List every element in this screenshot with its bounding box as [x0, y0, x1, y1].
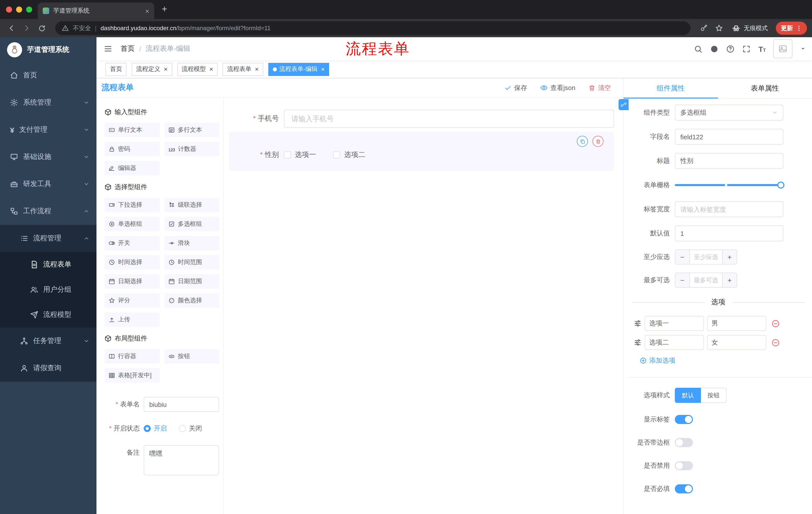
field-name-input[interactable]: [675, 129, 783, 145]
save-button[interactable]: 保存: [504, 83, 527, 92]
radio-status-on[interactable]: 开启: [144, 421, 167, 436]
component-editor[interactable]: 编辑器: [105, 161, 160, 175]
checkbox-box-icon[interactable]: [284, 152, 291, 158]
component-time-picker[interactable]: 时间选择: [105, 255, 160, 270]
selected-field-gender[interactable]: 性别 选项一 选项二: [229, 132, 614, 171]
component-switch[interactable]: 开关: [105, 236, 160, 250]
remove-option-button[interactable]: [771, 338, 780, 347]
component-upload[interactable]: 上传: [105, 312, 160, 327]
toggle-disabled[interactable]: [675, 461, 693, 470]
component-date-range[interactable]: 日期范围: [164, 274, 220, 289]
min-stepper-value[interactable]: 至少应选: [689, 250, 723, 264]
close-icon[interactable]: [255, 66, 259, 73]
window-minimize-button[interactable]: [16, 6, 22, 12]
avatar-caret-icon[interactable]: [800, 46, 806, 52]
checkbox-option-1[interactable]: 选项一: [284, 151, 316, 159]
component-radio-group[interactable]: 单选框组: [105, 217, 160, 231]
add-option-button[interactable]: 添加选项: [640, 356, 812, 365]
slider-track[interactable]: [675, 184, 783, 186]
sidebar-item-system-management[interactable]: 系统管理: [0, 89, 96, 116]
checkbox-box-icon[interactable]: [333, 152, 340, 158]
reload-button[interactable]: [35, 22, 48, 35]
drag-handle-icon[interactable]: [634, 339, 642, 347]
window-zoom-button[interactable]: [26, 6, 32, 12]
toggle-required[interactable]: [675, 484, 693, 493]
breadcrumb-home[interactable]: 首页: [121, 44, 135, 53]
sidebar-item-payment[interactable]: 支付管理: [0, 116, 96, 143]
remove-option-button[interactable]: [771, 319, 780, 328]
duplicate-field-button[interactable]: [577, 136, 588, 147]
phone-input[interactable]: [284, 110, 614, 128]
tab-form-props[interactable]: 表单属性: [718, 78, 812, 98]
component-counter[interactable]: 计数器: [164, 142, 220, 156]
max-stepper-value[interactable]: 最多可选: [689, 273, 723, 287]
back-button[interactable]: [5, 22, 18, 35]
tag-process-form[interactable]: 流程表单: [223, 63, 263, 76]
component-table[interactable]: 表格[开发中]: [105, 368, 160, 383]
search-icon[interactable]: [694, 45, 703, 53]
grid-slider[interactable]: [675, 177, 783, 193]
tag-process-definition[interactable]: 流程定义: [132, 63, 172, 76]
form-remark-input[interactable]: 嘿嘿: [144, 445, 219, 475]
tab-component-props[interactable]: 组件属性: [624, 78, 718, 98]
default-value-input[interactable]: [675, 225, 783, 241]
component-button[interactable]: 按钮: [164, 349, 220, 363]
option-2-value-input[interactable]: [707, 335, 766, 350]
sidebar-item-process-model[interactable]: 流程模型: [0, 302, 96, 327]
browser-menu-icon[interactable]: [796, 25, 802, 32]
checkbox-option-2[interactable]: 选项二: [333, 151, 365, 159]
component-select[interactable]: 下拉选择: [105, 198, 160, 212]
fullscreen-icon[interactable]: [743, 45, 751, 53]
title-input[interactable]: [675, 153, 783, 169]
option-1-label-input[interactable]: [645, 316, 704, 331]
option-1-value-input[interactable]: [707, 316, 766, 331]
help-icon[interactable]: [726, 45, 735, 53]
decrease-button[interactable]: [675, 250, 689, 264]
component-password[interactable]: 密码: [105, 142, 160, 156]
slider-handle[interactable]: [777, 182, 784, 189]
link-tag-button[interactable]: [618, 99, 629, 110]
browser-tab[interactable]: 芋道管理系统: [38, 2, 154, 19]
hamburger-toggle[interactable]: [104, 44, 113, 53]
tag-home[interactable]: 首页: [106, 63, 127, 76]
view-json-button[interactable]: 查看json: [540, 83, 575, 92]
sidebar-item-infrastructure[interactable]: 基础设施: [0, 143, 96, 170]
label-width-input[interactable]: [675, 201, 783, 217]
tag-process-form-edit[interactable]: 流程表单-编辑: [268, 63, 329, 76]
sidebar-item-dev-tools[interactable]: 研发工具: [0, 170, 96, 198]
option-2-label-input[interactable]: [645, 335, 704, 350]
increase-button[interactable]: [723, 273, 736, 287]
style-button-button[interactable]: 按钮: [701, 388, 727, 403]
toggle-show-label[interactable]: [675, 415, 693, 424]
bookmark-star-icon[interactable]: [713, 22, 726, 35]
style-default-button[interactable]: 默认: [675, 388, 701, 403]
github-icon[interactable]: [710, 45, 719, 53]
component-type-select[interactable]: 多选框组: [675, 105, 783, 121]
field-phone[interactable]: 手机号: [229, 110, 614, 128]
component-checkbox-group[interactable]: 多选框组: [164, 217, 220, 231]
avatar[interactable]: [773, 39, 792, 58]
tag-process-model[interactable]: 流程模型: [177, 63, 218, 76]
component-single-text[interactable]: 单行文本: [105, 123, 160, 137]
component-row-container[interactable]: 行容器: [105, 349, 160, 363]
close-icon[interactable]: [164, 66, 168, 73]
password-key-icon[interactable]: [697, 22, 710, 35]
increase-button[interactable]: [723, 250, 736, 264]
radio-status-off[interactable]: 关闭: [179, 421, 202, 436]
address-bar[interactable]: 不安全 | dashboard.yudao.iocoder.cn/bpm/man…: [55, 21, 690, 35]
new-tab-button[interactable]: [162, 3, 167, 15]
component-color-picker[interactable]: 颜色选择: [164, 293, 220, 308]
decrease-button[interactable]: [675, 273, 689, 287]
clear-button[interactable]: 清空: [588, 83, 611, 92]
tab-close-icon[interactable]: [145, 7, 149, 14]
sidebar-item-leave-query[interactable]: 请假查询: [0, 355, 96, 382]
sidebar-item-user-group[interactable]: 用户分组: [0, 277, 96, 302]
component-slider[interactable]: 滑块: [164, 236, 220, 250]
delete-field-button[interactable]: [592, 136, 604, 147]
toggle-border[interactable]: [675, 438, 693, 447]
drag-handle-icon[interactable]: [634, 319, 642, 327]
sidebar-item-home[interactable]: 首页: [0, 62, 96, 89]
update-button[interactable]: 更新: [776, 22, 807, 35]
sidebar-item-workflow[interactable]: 工作流程: [0, 198, 96, 225]
close-icon[interactable]: [209, 66, 213, 73]
